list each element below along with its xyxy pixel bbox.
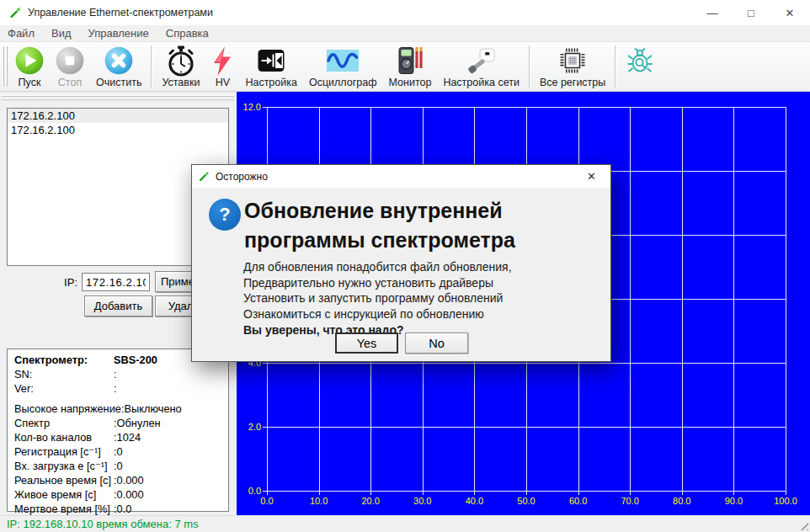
warning-dialog: Осторожно ✕ ? Обновление внутренней прог… xyxy=(191,164,611,362)
toolbar-label: Пуск xyxy=(19,77,41,88)
no-button[interactable]: No xyxy=(405,332,468,354)
info-label: Кол-во каналов xyxy=(14,430,114,444)
info-row: Кол-во каналов:1024 xyxy=(14,430,228,444)
x-tick-label: 80.0 xyxy=(663,495,701,507)
info-label: Спектр xyxy=(14,416,114,430)
toolbar-separator xyxy=(151,45,152,88)
title-bar: Управление Ethernet-спектрометрами — □ ✕ xyxy=(0,0,810,25)
dialog-body: Для обновления понадобится файл обновлен… xyxy=(243,259,512,338)
x-tick-label: 0.0 xyxy=(248,495,286,507)
clear-icon xyxy=(104,45,133,77)
info-value: : xyxy=(114,381,117,396)
presets-button[interactable]: Уставки xyxy=(156,42,205,91)
info-label: Вх. загрузка е [с⁻¹] xyxy=(14,459,114,473)
info-label: Ver: xyxy=(14,381,114,396)
toolbar-label: HV xyxy=(216,77,230,88)
stop-button[interactable]: Стоп xyxy=(50,42,90,91)
dialog-title-bar: Осторожно ✕ xyxy=(192,165,610,188)
dialog-body-line: Установить и запустить программу обновле… xyxy=(243,290,512,306)
ip-input[interactable] xyxy=(82,273,150,291)
toolbar-separator xyxy=(529,45,530,88)
info-value: SBS-200 xyxy=(114,353,157,367)
menu-file[interactable]: Файл xyxy=(0,27,43,40)
menu-control[interactable]: Управление xyxy=(80,27,157,40)
window-title: Управление Ethernet-спектрометрами xyxy=(28,7,213,19)
all-registers-button[interactable]: Все регистры xyxy=(534,42,611,91)
toolbar: Пуск Стоп Очистить Уставки HV xyxy=(0,41,810,92)
info-row: Живое время [с]:0.000 xyxy=(14,487,228,502)
menu-bar: Файл Вид Управление Справка xyxy=(0,25,810,41)
stop-icon xyxy=(56,45,84,77)
toolbar-label: Очистить xyxy=(96,77,141,88)
chip-icon xyxy=(558,45,587,77)
info-value: :0.0 xyxy=(114,502,131,516)
adc-settings-icon xyxy=(257,45,285,77)
resize-grip[interactable] xyxy=(797,519,808,530)
x-tick-label: 20.0 xyxy=(351,495,390,507)
x-tick-label: 50.0 xyxy=(507,495,546,507)
info-row: Регистрация [с⁻¹]:0 xyxy=(14,444,228,459)
info-row xyxy=(14,396,228,402)
info-value: : xyxy=(114,367,117,381)
x-tick-label: 70.0 xyxy=(610,495,649,507)
settings-button[interactable]: Настройка xyxy=(239,42,303,91)
oscilloscope-button[interactable]: Осциллограф xyxy=(303,42,383,91)
info-value: :0.000 xyxy=(114,473,144,487)
app-wand-icon xyxy=(9,7,21,19)
high-voltage-icon xyxy=(211,45,233,77)
debug-bug-icon xyxy=(626,45,654,77)
info-row: Спектр:Обнулен xyxy=(14,416,228,430)
list-item[interactable]: 172.16.2.100 xyxy=(8,109,228,123)
add-button[interactable]: Добавить xyxy=(84,295,152,317)
x-tick-label: 60.0 xyxy=(559,495,598,507)
dialog-body-line: Предварительно нужно установить драйверы xyxy=(243,275,512,291)
monitor-button[interactable]: Монитор xyxy=(383,42,438,91)
info-value: :0 xyxy=(114,459,123,473)
stopwatch-icon xyxy=(168,45,195,77)
hv-button[interactable]: HV xyxy=(205,42,239,91)
app-window: Управление Ethernet-спектрометрами — □ ✕… xyxy=(0,0,810,532)
toolbar-label: Настройка сети xyxy=(443,77,520,88)
network-settings-button[interactable]: Настройка сети xyxy=(437,42,525,91)
grid-line-vertical xyxy=(682,107,683,492)
dialog-close-button[interactable]: ✕ xyxy=(573,165,610,188)
minimize-button[interactable]: — xyxy=(693,1,732,25)
status-bar: IP: 192.168.10.10 время обмена: 7 ms xyxy=(0,515,810,532)
grid-line-vertical xyxy=(733,107,734,492)
info-row: Ver:: xyxy=(14,381,228,396)
yes-button[interactable]: Yes xyxy=(335,332,398,354)
caption-buttons: — □ ✕ xyxy=(693,1,809,25)
info-label: Спектрометр: xyxy=(14,353,114,367)
start-button[interactable]: Пуск xyxy=(9,42,50,91)
x-tick-label: 30.0 xyxy=(403,495,442,507)
info-row: Высокое напряжение:Выключено xyxy=(14,402,228,416)
clear-button[interactable]: Очистить xyxy=(90,42,147,91)
dialog-body-line: Для обновления понадобится файл обновлен… xyxy=(243,259,512,275)
info-value: :0 xyxy=(114,444,123,459)
grid-line-vertical xyxy=(630,107,631,492)
debug-button[interactable] xyxy=(620,42,660,91)
y-tick-label: 12.0 xyxy=(237,101,261,113)
x-tick-label: 10.0 xyxy=(300,495,338,507)
info-row: Мертвое время [%]:0.0 xyxy=(14,502,228,516)
maximize-button[interactable]: □ xyxy=(732,1,770,25)
info-label: Реальное время [с] xyxy=(14,473,114,487)
info-label: Мертвое время [%] xyxy=(14,502,114,516)
toolbar-label: Настройка xyxy=(245,77,297,88)
info-value: :0.000 xyxy=(114,487,144,502)
dialog-body-line: Ознакомиться с инсрукцией по обновлению xyxy=(243,306,512,322)
close-button[interactable]: ✕ xyxy=(770,1,809,25)
menu-view[interactable]: Вид xyxy=(43,27,80,40)
toolbar-label: Уставки xyxy=(162,77,200,88)
horizontal-splitter-grip[interactable] xyxy=(2,94,234,101)
info-label: Высокое напряжение xyxy=(14,402,121,416)
x-tick-label: 100.0 xyxy=(766,495,805,507)
info-row: Вх. загрузка е [с⁻¹]:0 xyxy=(14,459,228,473)
list-item[interactable]: 172.16.2.100 xyxy=(8,123,228,137)
toolbar-grip[interactable] xyxy=(3,46,8,87)
info-row: SN:: xyxy=(14,367,228,381)
info-value: :1024 xyxy=(114,430,141,444)
dialog-title: Осторожно xyxy=(216,171,268,183)
menu-help[interactable]: Справка xyxy=(157,27,217,40)
info-value: :Выключено xyxy=(121,402,182,416)
